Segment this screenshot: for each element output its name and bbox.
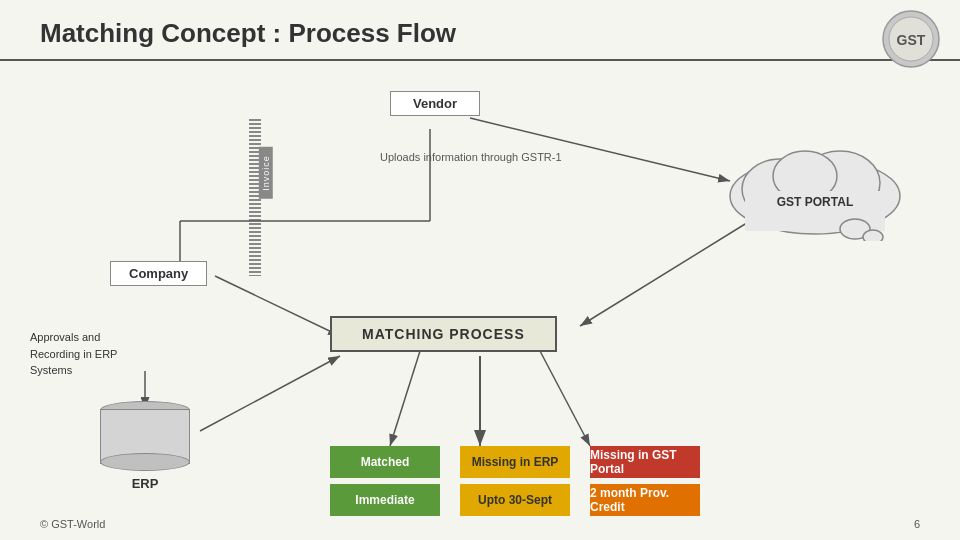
- erp-label: ERP: [100, 476, 190, 491]
- copyright: © GST-World: [40, 518, 105, 530]
- svg-line-11: [200, 356, 340, 431]
- page-title: Matching Concept : Process Flow: [40, 18, 456, 49]
- results-row-2: Immediate Upto 30-Sept 2 month Prov. Cre…: [330, 484, 700, 516]
- matched-box: Matched: [330, 446, 440, 478]
- svg-point-24: [863, 230, 883, 241]
- prov-credit-box: 2 month Prov. Credit: [590, 484, 700, 516]
- svg-text:GST: GST: [897, 32, 926, 48]
- svg-line-14: [390, 351, 420, 446]
- svg-text:GST PORTAL: GST PORTAL: [777, 195, 853, 209]
- erp-container: ERP: [100, 401, 190, 491]
- company-box: Company: [110, 261, 207, 286]
- page-number: 6: [914, 518, 920, 530]
- svg-line-15: [540, 351, 590, 446]
- svg-line-5: [470, 118, 730, 181]
- footer: © GST-World 6: [0, 518, 960, 530]
- cylinder-bottom: [100, 453, 190, 471]
- header: Matching Concept : Process Flow GST: [0, 0, 960, 61]
- gst-logo: GST: [882, 10, 940, 68]
- results-row-1: Matched Missing in ERP Missing in GST Po…: [330, 446, 700, 478]
- immediate-box: Immediate: [330, 484, 440, 516]
- svg-line-10: [215, 276, 340, 336]
- gst-portal-cloud: GST PORTAL: [725, 141, 905, 245]
- approvals-text: Approvals and Recording in ERP Systems: [30, 329, 117, 379]
- page: Matching Concept : Process Flow GST: [0, 0, 960, 540]
- matching-process-box: MATCHING PROCESS: [330, 316, 557, 352]
- uploads-info: Uploads information through GSTR-1: [380, 151, 562, 163]
- invoice-label: Invoice: [259, 147, 273, 199]
- vendor-box: Vendor: [390, 91, 480, 116]
- upto-30sept-box: Upto 30-Sept: [460, 484, 570, 516]
- missing-gst-box: Missing in GST Portal: [590, 446, 700, 478]
- erp-cylinder: [100, 401, 190, 471]
- missing-erp-box: Missing in ERP: [460, 446, 570, 478]
- main-diagram: Vendor Invoice Uploads information throu…: [0, 61, 960, 521]
